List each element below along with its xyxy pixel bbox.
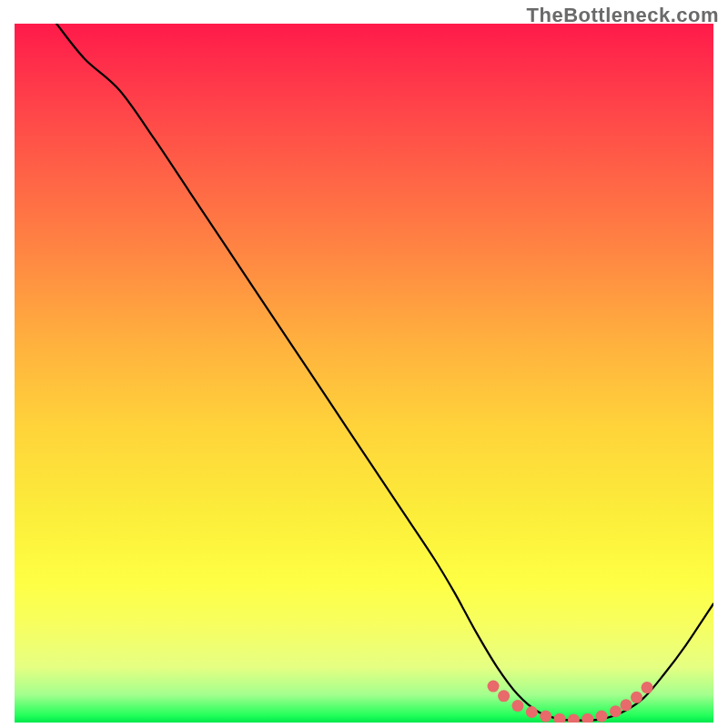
plot-area: [15, 24, 713, 723]
watermark-text: TheBottleneck.com: [527, 4, 719, 27]
optimal-dot: [568, 713, 580, 723]
bottleneck-curve-line: [56, 24, 713, 721]
chart-svg: [15, 24, 713, 723]
optimal-dot: [511, 700, 523, 712]
optimal-dot: [631, 692, 642, 703]
optimal-dot: [581, 713, 593, 723]
optimal-dot: [621, 699, 632, 711]
optimal-dot: [554, 713, 566, 723]
optimal-dot: [526, 706, 538, 718]
optimal-dot: [642, 682, 653, 693]
optimal-dot: [540, 711, 551, 723]
optimal-dot: [488, 681, 500, 693]
optimal-dot: [596, 711, 608, 723]
optimal-dot: [498, 690, 510, 702]
optimal-dot: [610, 705, 622, 717]
